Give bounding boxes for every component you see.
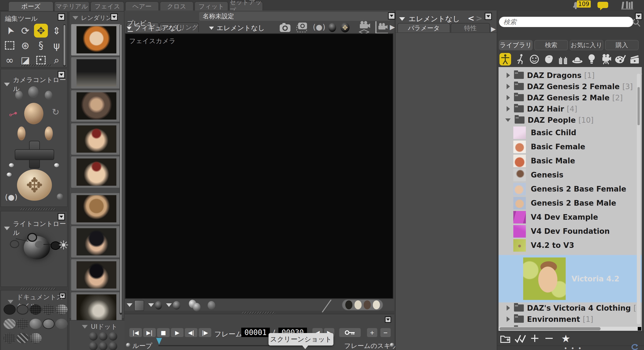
ui-dot-2[interactable] <box>99 332 108 341</box>
style-sketch[interactable] <box>16 333 29 343</box>
add-keyframe-button[interactable]: + <box>367 328 377 337</box>
tree-folder-daz-hair[interactable]: DAZ Hair[4] <box>498 103 642 114</box>
tracking-orb-button[interactable] <box>208 301 215 310</box>
background-color-swatch[interactable] <box>354 300 362 309</box>
camera-dot-left[interactable] <box>9 163 14 167</box>
tab-face[interactable]: フェイス <box>90 1 124 11</box>
orbit-camera-icon[interactable]: (●) <box>313 22 325 31</box>
tree-item-v4-dev-foundation[interactable]: V4 Dev Foundation <box>498 224 642 238</box>
category-figures-icon[interactable] <box>500 53 511 65</box>
flyaround-icon[interactable]: (●) <box>5 193 18 202</box>
category-scenes-icon[interactable] <box>629 53 640 65</box>
key-camera-icon[interactable]: ⊶ <box>7 108 19 120</box>
tools-scrollbar[interactable] <box>63 24 66 67</box>
step-forward-button[interactable]: |▶ <box>199 328 211 337</box>
collapse-arrow-icon[interactable] <box>82 325 88 329</box>
notification-badge[interactable]: 109 <box>577 0 591 7</box>
ui-dot-5[interactable] <box>99 342 108 350</box>
rotate-tool-icon[interactable]: ⟳ <box>18 24 32 37</box>
panel-resize-handle[interactable] <box>20 288 56 290</box>
delete-keyframe-button[interactable]: − <box>380 328 391 337</box>
render-thumbnail-4[interactable] <box>71 123 122 155</box>
collapse-arrow-icon[interactable] <box>505 118 511 122</box>
loop-toggle[interactable] <box>126 343 130 347</box>
ui-dot-3[interactable] <box>109 332 117 341</box>
go-last-frame-button[interactable]: ▶| <box>143 328 156 337</box>
tree-folder-victoria4-clothing[interactable]: DAZ's Victoria 4 Clothing[5] <box>498 302 642 314</box>
tab-parameters[interactable]: パラメータ <box>398 23 450 33</box>
style-orb-button[interactable] <box>173 301 180 310</box>
element-dropdown[interactable]: エレメントなし <box>209 23 265 33</box>
face-camera-orb[interactable] <box>24 103 44 124</box>
collapse-arrow-icon[interactable] <box>4 83 10 86</box>
style-flat-shaded[interactable] <box>56 319 68 329</box>
panel-menu-button[interactable] <box>60 293 65 299</box>
stop-button[interactable]: ■ <box>157 328 170 337</box>
step-back-button[interactable]: ◀| <box>185 328 197 337</box>
measure-pencil-icon[interactable]: ╱ <box>322 299 331 313</box>
category-expressions-icon[interactable] <box>528 53 540 65</box>
render-thumbnail-3[interactable] <box>71 90 122 122</box>
tree-folder-daz-dragons[interactable]: DAZ Dragons[1] <box>498 70 642 81</box>
style-smooth-shaded[interactable] <box>30 319 42 329</box>
more-tabs-arrow[interactable]: ▶ <box>491 25 496 33</box>
panel-menu-button[interactable] <box>58 213 65 220</box>
ui-dot-1[interactable] <box>89 332 98 341</box>
document-title-field[interactable]: 名称未設定 <box>199 12 390 21</box>
orbit-ring-icon[interactable]: ↻ <box>52 107 60 117</box>
tab-pose[interactable]: ポーズ <box>8 1 54 11</box>
play-button[interactable]: ▶ <box>171 328 184 337</box>
expand-arrow-icon[interactable] <box>506 95 510 100</box>
dolly-camera-icon[interactable] <box>328 23 336 32</box>
timeline-position-marker[interactable] <box>156 338 162 345</box>
tree-item-victoria-42-selected[interactable]: Victoria 4.2 <box>498 255 642 302</box>
render-thumbnail-9[interactable] <box>71 292 122 324</box>
frame-skip-toggle[interactable] <box>390 343 394 347</box>
depth-cue-arrow-icon[interactable] <box>127 303 132 307</box>
tree-item-basic-female[interactable]: Basic Female <box>498 140 642 154</box>
style-wire-shaded2[interactable] <box>4 333 16 343</box>
area-render-camera-icon[interactable] <box>296 21 308 33</box>
collapse-arrow-icon[interactable] <box>8 300 14 304</box>
shadow-color-swatch[interactable] <box>364 300 371 309</box>
tree-folder-daz-genesis2-male[interactable]: DAZ Genesis 2 Male[2] <box>498 92 642 103</box>
render-thumbnail-5[interactable] <box>71 157 122 188</box>
tab-hair[interactable]: ヘアー <box>125 1 159 11</box>
next-element-button[interactable]: > <box>476 14 482 23</box>
depth-cue-button[interactable] <box>134 300 144 311</box>
chain-break-tool-icon[interactable]: ∞ <box>3 53 16 67</box>
category-lights-icon[interactable] <box>586 53 598 65</box>
panel-resize-handle[interactable] <box>20 64 52 66</box>
panel-menu-button[interactable] <box>110 13 118 20</box>
render-camera-icon[interactable] <box>279 22 291 32</box>
library-search-input[interactable] <box>499 17 633 27</box>
category-hands-icon[interactable] <box>557 53 569 65</box>
more-cameras-arrow[interactable]: ▶ <box>390 23 395 31</box>
expand-arrow-icon[interactable] <box>506 84 510 89</box>
tree-item-v4-dev-example[interactable]: V4 Dev Example <box>498 210 642 224</box>
style-wireframe-shaded[interactable] <box>16 319 29 329</box>
taper-tool-icon[interactable]: § <box>34 38 48 52</box>
tab-library[interactable]: ライブラリ <box>499 40 532 50</box>
light-handle-2[interactable] <box>27 233 37 242</box>
category-materials-icon[interactable] <box>614 53 626 65</box>
current-frame-field[interactable]: 00001 <box>241 328 270 337</box>
translate-tool-icon[interactable]: ✥ <box>34 24 48 37</box>
shadow-orb-button[interactable] <box>155 301 162 310</box>
left-hand-camera-icon[interactable] <box>15 91 23 100</box>
collapse-arrow-icon[interactable] <box>399 17 405 21</box>
remove-item-button[interactable]: − <box>544 331 554 345</box>
category-hair-icon[interactable] <box>543 53 554 65</box>
chat-bubble-icon[interactable] <box>597 1 609 10</box>
panel-menu-button[interactable] <box>58 13 65 20</box>
right-hand-camera-icon[interactable] <box>45 91 52 100</box>
shadow-arrow-icon[interactable] <box>148 303 154 307</box>
tree-horizontal-scrollbar[interactable] <box>498 327 642 331</box>
expand-arrow-icon[interactable] <box>506 106 510 112</box>
camera-dot-right[interactable] <box>54 163 59 167</box>
scale-tool-icon[interactable] <box>3 38 16 52</box>
category-cameras-icon[interactable] <box>600 53 612 65</box>
panel-menu-button[interactable] <box>485 13 492 20</box>
tree-folder-daz-genesis2-female[interactable]: DAZ Genesis 2 Female[3] <box>498 81 642 92</box>
style-wireframe-lit[interactable] <box>56 304 68 315</box>
